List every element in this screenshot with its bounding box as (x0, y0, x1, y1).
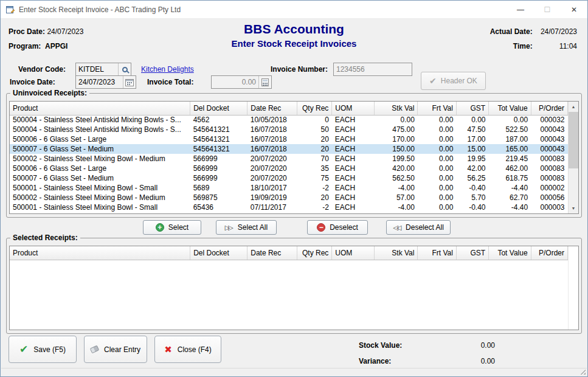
table-cell: 000002 (531, 183, 567, 193)
scroll-down-button[interactable]: ▼ (569, 203, 578, 213)
scroll-up-button[interactable]: ▲ (569, 102, 578, 112)
table-cell: 150.00 (374, 144, 418, 154)
variance-value: 0.00 (421, 357, 495, 365)
table-cell: 500004 - Stainless Steel Antiskid Mixing… (10, 115, 190, 125)
table-cell: 0.00 (418, 125, 456, 134)
close-f4-button[interactable]: ✖ Close (F4) (154, 336, 221, 363)
column-header[interactable]: Qty Rec (297, 102, 332, 115)
select-button[interactable]: + Select (143, 220, 201, 235)
deselect-all-button[interactable]: ◁◁ Deselect All (386, 220, 451, 235)
actual-date-label: Actual Date: (490, 27, 533, 36)
table-cell: 522.50 (489, 125, 531, 134)
save-check-icon: ✔ (19, 343, 28, 356)
vendor-name-link[interactable]: Kitchen Delights (141, 65, 194, 74)
close-x-icon: ✖ (164, 344, 172, 355)
table-cell: 0.00 (489, 115, 531, 125)
column-header[interactable]: GST (456, 246, 488, 260)
invoice-total-field (211, 75, 272, 89)
table-cell: 000043 (531, 134, 567, 144)
table-cell: 000083 (531, 173, 567, 183)
table-cell: 0.00 (418, 134, 456, 144)
table-row[interactable]: 500004 - Stainless Steel Antiskid Mixing… (10, 125, 568, 134)
column-header[interactable]: P/Order (531, 246, 567, 260)
table-row[interactable]: 500006 - 6 Glass Set - Large54564132116/… (10, 134, 568, 144)
app-icon (5, 5, 15, 15)
invoice-date-label: Invoice Date: (10, 78, 55, 86)
column-header[interactable]: Stk Val (374, 246, 418, 260)
close-button[interactable]: ✕ (561, 1, 587, 19)
scrollbar-track[interactable] (569, 112, 578, 203)
invoice-total-input (212, 76, 258, 88)
calendar-button[interactable] (123, 76, 136, 88)
table-cell: 20 (297, 193, 332, 202)
column-header[interactable]: Stk Val (374, 102, 418, 115)
deselect-minus-icon: − (317, 223, 325, 232)
table-cell: 10/05/2018 (247, 115, 297, 125)
column-header[interactable]: GST (456, 102, 488, 115)
column-header[interactable]: Tot Value (489, 102, 531, 115)
table-row[interactable]: 500006 - 6 Glass Set - Large56699920/07/… (10, 164, 568, 173)
table-cell: 000032 (531, 115, 567, 125)
column-header[interactable]: Date Rec (247, 246, 297, 260)
table-row[interactable]: 500002 - Stainless Steel Mixing Bowl - M… (10, 154, 568, 164)
column-header[interactable]: UOM (332, 102, 375, 115)
resize-grip[interactable] (579, 368, 586, 375)
invoice-date-field (75, 75, 136, 89)
table-row[interactable]: 500004 - Stainless Steel Antiskid Mixing… (10, 115, 568, 125)
column-header[interactable]: Product (10, 246, 190, 260)
close-f4-label: Close (F4) (178, 345, 212, 354)
table-cell: -4.40 (489, 202, 531, 212)
select-all-label: Select All (238, 223, 268, 232)
table-cell: 500002 - Stainless Steel Mixing Bowl - M… (10, 154, 190, 164)
table-cell: 170.00 (374, 134, 418, 144)
table-cell: 62.70 (489, 193, 531, 202)
minimize-button[interactable]: — (507, 1, 534, 19)
invoice-date-input[interactable] (76, 76, 123, 88)
table-cell: 0.00 (418, 173, 456, 183)
table-cell: 17.00 (456, 134, 488, 144)
table-row[interactable]: 500001 - Stainless Steel Mixing Bowl - S… (10, 183, 568, 193)
column-header[interactable]: Qty Rec (297, 246, 332, 260)
table-row[interactable]: 500007 - 6 Glass Set - Medium56699920/07… (10, 173, 568, 183)
clear-entry-button[interactable]: Clear Entry (84, 336, 147, 363)
save-button[interactable]: ✔ Save (F5) (9, 336, 77, 363)
scrollbar-thumb[interactable] (569, 112, 578, 168)
table-cell: 000083 (531, 154, 567, 164)
column-header[interactable]: Del Docket (190, 246, 247, 260)
vertical-scrollbar[interactable]: ▲ ▼ (568, 102, 578, 213)
table-cell: 545641321 (190, 125, 247, 134)
table-cell: 0.00 (418, 164, 456, 173)
scroll-up-icon: ▲ (572, 105, 576, 109)
table-cell: 0.00 (418, 144, 456, 154)
table-cell: 16/07/2018 (247, 125, 297, 134)
column-header[interactable]: Product (10, 102, 190, 115)
table-cell: 35 (297, 164, 332, 173)
column-header[interactable]: Frt Val (418, 102, 456, 115)
uninvoiced-receipts-label: Uninvoiced Receipts: (10, 89, 89, 97)
column-header[interactable]: Frt Val (418, 246, 456, 260)
select-all-arrows-icon: ▷▷ (225, 224, 232, 232)
time-value: 11:04 (534, 39, 577, 54)
table-cell: 5.70 (456, 193, 488, 202)
select-all-button[interactable]: ▷▷ Select All (216, 220, 277, 235)
table-row[interactable]: 500007 - 6 Glass Set - Medium54564132116… (10, 144, 568, 154)
header-info: Proc Date: 24/07/2023 Program: APPGI BBS… (1, 19, 587, 58)
column-header[interactable]: Del Docket (190, 102, 247, 115)
table-cell: 07/11/2017 (247, 202, 297, 212)
table-cell: 500006 - 6 Glass Set - Large (10, 134, 190, 144)
deselect-button[interactable]: − Deselect (307, 220, 368, 235)
table-row[interactable]: 500001 - Stainless Steel Mixing Bowl - S… (10, 202, 568, 212)
table-cell: 566999 (190, 164, 247, 173)
table-cell: 219.45 (489, 154, 531, 164)
column-header[interactable]: UOM (332, 246, 375, 260)
column-header[interactable]: P/Order (531, 102, 567, 115)
table-cell: -0.40 (456, 202, 488, 212)
uninvoiced-table-holder: ProductDel DocketDate RecQty RecUOMStk V… (10, 102, 568, 213)
column-header[interactable]: Date Rec (247, 102, 297, 115)
table-row[interactable]: 500002 - Stainless Steel Mixing Bowl - M… (10, 193, 568, 202)
table-cell: 0.00 (418, 115, 456, 125)
vendor-lookup-button[interactable] (118, 63, 131, 75)
table-cell: 566999 (190, 173, 247, 183)
column-header[interactable]: Tot Value (489, 246, 531, 260)
vendor-code-input[interactable] (76, 63, 118, 75)
